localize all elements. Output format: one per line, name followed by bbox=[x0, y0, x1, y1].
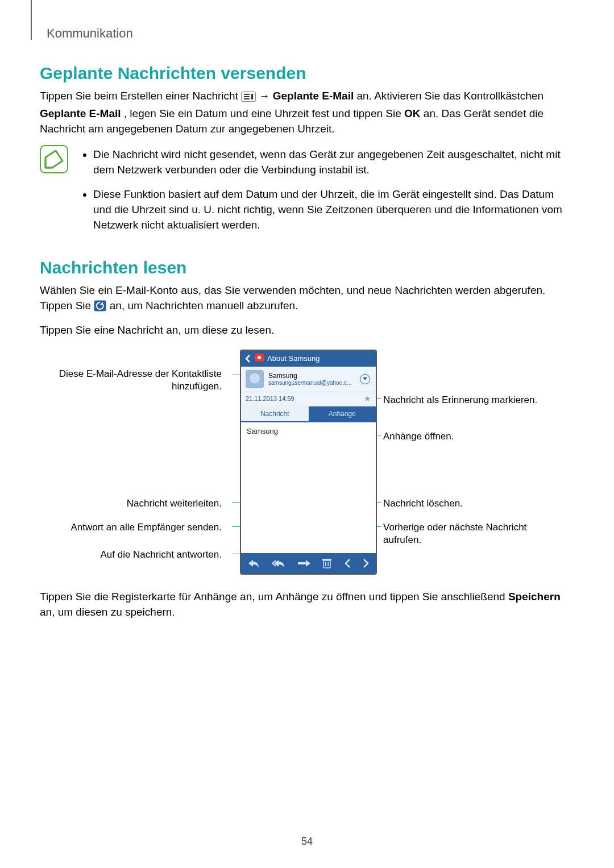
text: Tippen Sie beim Erstellen einer Nachrich… bbox=[40, 90, 241, 102]
tabs: Nachricht Anhänge bbox=[241, 406, 376, 422]
page-number: 54 bbox=[0, 836, 614, 848]
svg-rect-5 bbox=[40, 146, 68, 173]
datetime-text: 21.11.2013 14:59 bbox=[246, 395, 294, 402]
callout-add-contact: Diese E-Mail-Adresse der Kontaktliste hi… bbox=[40, 368, 222, 393]
callout-prev-next: Vorherige oder nächste Nachricht aufrufe… bbox=[383, 521, 565, 546]
svg-rect-10 bbox=[322, 559, 331, 560]
menu-list-icon bbox=[241, 91, 256, 106]
heading-read: Nachrichten lesen bbox=[40, 258, 574, 277]
callout-attachments: Anhänge öffnen. bbox=[383, 430, 454, 443]
avatar-icon bbox=[246, 370, 264, 388]
callout-delete: Nachricht löschen. bbox=[383, 497, 463, 510]
section-label: Kommunikation bbox=[47, 26, 574, 41]
phone-header: About Samsung bbox=[241, 351, 376, 367]
phone-footer bbox=[241, 553, 376, 574]
callout-star: Nachricht als Erinnerung markieren. bbox=[383, 394, 537, 406]
refresh-icon bbox=[94, 300, 106, 316]
text: an, um Nachrichten manuell abzurufen. bbox=[110, 300, 298, 312]
heading-scheduled: Geplante Nachrichten versenden bbox=[40, 64, 574, 83]
forward-icon bbox=[298, 559, 310, 567]
callout-reply: Auf die Nachricht antworten. bbox=[40, 549, 222, 561]
text: , legen Sie ein Datum und eine Uhrzeit f… bbox=[124, 107, 404, 119]
paragraph-scheduled: Tippen Sie beim Erstellen einer Nachrich… bbox=[40, 89, 574, 137]
header-rule bbox=[31, 0, 32, 40]
svg-rect-3 bbox=[244, 98, 250, 99]
datetime-row: 21.11.2013 14:59 ★ bbox=[241, 392, 376, 406]
callout-forward: Nachricht weiterleiten. bbox=[40, 497, 222, 510]
reply-icon bbox=[247, 558, 260, 568]
text: an. Aktivieren Sie das Kontrollkästchen bbox=[357, 90, 544, 102]
email-diagram: Diese E-Mail-Adresse der Kontaktliste hi… bbox=[40, 345, 574, 572]
note-item: Diese Funktion basiert auf dem Datum und… bbox=[93, 187, 574, 233]
paragraph-read-2: Tippen Sie eine Nachricht an, um diese z… bbox=[40, 323, 574, 338]
callout-reply-all: Antwort an alle Empfänger senden. bbox=[40, 521, 222, 534]
paragraph-read-1: Wählen Sie ein E-Mail-Konto aus, das Sie… bbox=[40, 283, 574, 316]
phone-title: About Samsung bbox=[267, 354, 372, 363]
note-item: Die Nachricht wird nicht gesendet, wenn … bbox=[93, 147, 574, 178]
bold-text: OK bbox=[404, 107, 421, 119]
note-icon bbox=[40, 145, 68, 242]
bold-text: Geplante E-Mail bbox=[40, 107, 121, 119]
star-icon: ★ bbox=[364, 394, 371, 403]
back-icon bbox=[244, 355, 251, 363]
sender-name: Samsung bbox=[268, 372, 351, 380]
sender-row: Samsung samsungusermanual@yahoo.c... bbox=[241, 367, 376, 392]
tab-message: Nachricht bbox=[241, 406, 309, 422]
text: Tippen Sie die Registerkarte für Anhänge… bbox=[40, 591, 508, 603]
sender-email: samsungusermanual@yahoo.c... bbox=[268, 380, 351, 386]
delete-icon bbox=[322, 558, 331, 568]
paragraph-attachments-save: Tippen Sie die Registerkarte für Anhänge… bbox=[40, 589, 574, 620]
email-app-icon bbox=[255, 354, 264, 363]
prev-icon bbox=[344, 559, 351, 568]
svg-rect-4 bbox=[251, 94, 253, 99]
tab-attachments: Anhänge bbox=[309, 406, 376, 422]
text: → bbox=[259, 90, 272, 102]
sender-info: Samsung samsungusermanual@yahoo.c... bbox=[268, 372, 351, 386]
svg-rect-2 bbox=[244, 96, 250, 97]
svg-point-8 bbox=[258, 356, 261, 359]
svg-rect-11 bbox=[325, 562, 326, 566]
note-list: Die Nachricht wird nicht gesendet, wenn … bbox=[80, 145, 574, 242]
bold-text: Geplante E-Mail bbox=[273, 90, 354, 102]
message-body: Samsung bbox=[241, 422, 376, 551]
expand-icon bbox=[360, 374, 370, 384]
bold-text: Speichern bbox=[508, 591, 561, 603]
text: an, um diesen zu speichern. bbox=[40, 606, 175, 618]
phone-mock: About Samsung Samsung samsungusermanual@… bbox=[240, 350, 377, 575]
svg-rect-12 bbox=[328, 562, 329, 566]
next-icon bbox=[363, 559, 370, 568]
reply-all-icon bbox=[272, 558, 285, 568]
svg-rect-9 bbox=[323, 560, 330, 568]
note-block: Die Nachricht wird nicht gesendet, wenn … bbox=[40, 145, 574, 242]
svg-rect-1 bbox=[244, 94, 250, 95]
